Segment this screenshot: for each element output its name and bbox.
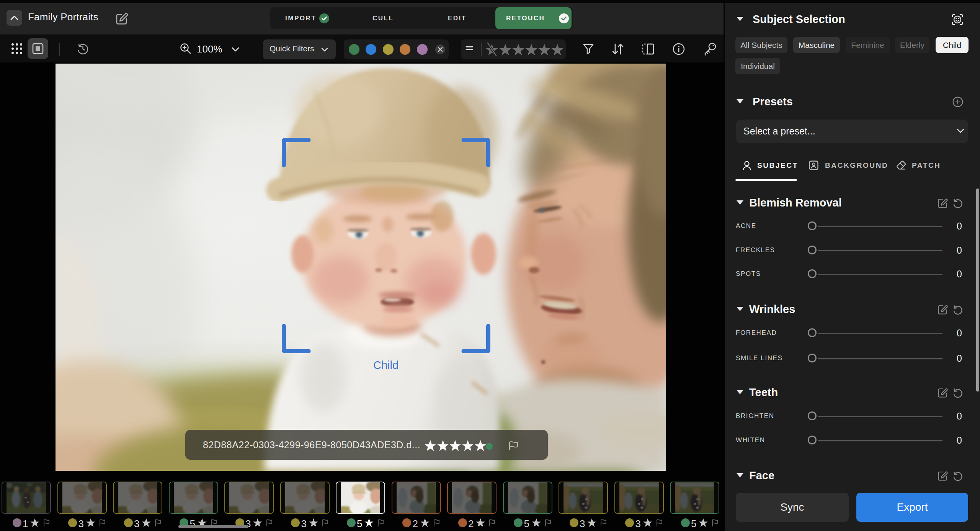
svg-text:Child: Child — [373, 359, 399, 371]
svg-text:82D88A22-0303-4299-96E9-8050D4: 82D88A22-0303-4299-96E9-8050D43ADE3D.d..… — [203, 439, 420, 450]
